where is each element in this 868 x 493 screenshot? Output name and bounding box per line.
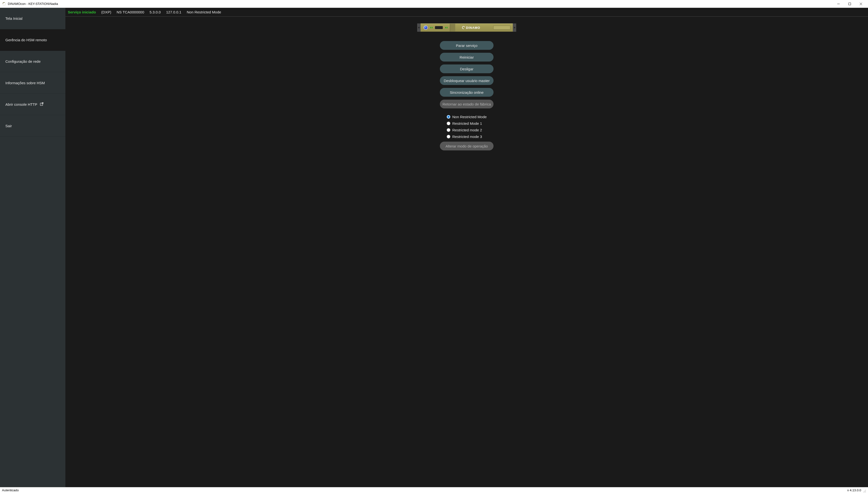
sidebar-item-label: Configuração de rede bbox=[5, 59, 41, 63]
sidebar-item-http-console[interactable]: Abrir console HTTP bbox=[0, 94, 65, 115]
unblock-master-button[interactable]: Desbloquear usuário master bbox=[440, 76, 494, 85]
rack-face: DINAMO bbox=[420, 23, 513, 32]
sidebar-item-hsm-remote[interactable]: Gerência do HSM remoto bbox=[0, 29, 65, 51]
mode-option-restricted-2[interactable]: Restricted mode 2 bbox=[447, 128, 494, 132]
mode-radio[interactable] bbox=[447, 115, 450, 119]
mode-option-restricted-1[interactable]: Restricted Mode 1 bbox=[447, 121, 494, 126]
vent-icon bbox=[450, 24, 455, 31]
sidebar-item-label: Sair bbox=[5, 124, 12, 128]
resize-grip-icon[interactable] bbox=[863, 489, 866, 493]
titlebar: DINAMOcon - KEY-STATION\Nadia bbox=[0, 0, 868, 8]
svg-point-7 bbox=[865, 491, 866, 491]
svg-point-6 bbox=[864, 491, 865, 491]
svg-point-5 bbox=[865, 490, 866, 490]
status-auth: Autenticado bbox=[2, 488, 19, 492]
mode-option-label: Restricted mode 2 bbox=[452, 128, 482, 132]
app-icon bbox=[2, 2, 6, 6]
device-image: DINAMO bbox=[417, 23, 516, 32]
device-brand-text: DINAMO bbox=[466, 26, 480, 29]
sidebar-item-network[interactable]: Configuração de rede bbox=[0, 51, 65, 72]
sidebar-item-label: Tela Inicial bbox=[5, 16, 22, 21]
change-mode-button[interactable]: Alterar modo de operação bbox=[440, 142, 494, 150]
status-serial: NS TCA0000000 bbox=[117, 10, 144, 14]
svg-point-9 bbox=[864, 492, 865, 492]
svg-point-8 bbox=[863, 492, 864, 492]
ports-icon bbox=[435, 26, 443, 29]
status-version: v 4.13.0.0 bbox=[847, 488, 861, 492]
restart-button[interactable]: Reiniciar bbox=[440, 53, 494, 62]
status-mode: Non Restricted Mode bbox=[187, 10, 221, 14]
shutdown-button[interactable]: Desligar bbox=[440, 64, 494, 73]
stop-service-button[interactable]: Parar serviço bbox=[440, 41, 494, 50]
sidebar-item-label: Abrir console HTTP bbox=[5, 102, 37, 106]
mode-option-non-restricted[interactable]: Non Restricted Mode bbox=[447, 115, 494, 119]
svg-rect-3 bbox=[849, 3, 851, 5]
mode-radio[interactable] bbox=[447, 128, 450, 132]
sidebar-item-hsm-info[interactable]: Informações sobre HSM bbox=[0, 72, 65, 94]
mode-radio[interactable] bbox=[447, 135, 450, 138]
window-title: DINAMOcon - KEY-STATION\Nadia bbox=[8, 2, 58, 6]
main-panel: DINAMO Parar serviço Reiniciar Desligar … bbox=[65, 17, 868, 487]
card-slot-icon bbox=[483, 26, 510, 29]
sidebar: Tela Inicial Gerência do HSM remoto Conf… bbox=[0, 8, 65, 487]
external-link-icon bbox=[40, 102, 44, 107]
status-ip: 127.0.0.1 bbox=[166, 10, 182, 14]
sync-online-button[interactable]: Sincronização online bbox=[440, 88, 494, 97]
status-led-icon bbox=[430, 27, 431, 28]
close-button[interactable] bbox=[855, 0, 867, 8]
device-brand: DINAMO bbox=[462, 26, 480, 29]
factory-reset-button[interactable]: Retornar ao estado de fábrica bbox=[440, 100, 494, 108]
mode-option-label: Restricted Mode 1 bbox=[452, 121, 482, 126]
service-state: Serviço iniciado bbox=[68, 10, 96, 14]
mode-actions: Alterar modo de operação bbox=[440, 142, 494, 150]
mode-option-restricted-3[interactable]: Restricted mode 3 bbox=[447, 134, 494, 139]
sidebar-item-exit[interactable]: Sair bbox=[0, 115, 65, 137]
sidebar-item-home[interactable]: Tela Inicial bbox=[0, 8, 65, 29]
rack-ear-left bbox=[417, 23, 420, 32]
status-led-icon bbox=[432, 27, 433, 28]
svg-rect-2 bbox=[837, 4, 840, 4]
actions-stack: Parar serviço Reiniciar Desligar Desbloq… bbox=[440, 41, 494, 108]
status-led-icon bbox=[445, 27, 446, 28]
mode-option-label: Restricted mode 3 bbox=[452, 134, 482, 139]
power-button-icon bbox=[424, 25, 428, 30]
mode-radio-group: Non Restricted Mode Restricted Mode 1 Re… bbox=[440, 115, 494, 139]
minimize-button[interactable] bbox=[833, 0, 844, 8]
mode-option-label: Non Restricted Mode bbox=[452, 115, 487, 119]
status-version: 5.3.0.0 bbox=[150, 10, 161, 14]
status-row: Serviço iniciado (DXP) NS TCA0000000 5.3… bbox=[65, 8, 868, 17]
statusbar: Autenticado v 4.13.0.0 bbox=[0, 487, 868, 493]
status-model: (DXP) bbox=[101, 10, 111, 14]
brand-ring-icon bbox=[461, 26, 465, 29]
mode-radio[interactable] bbox=[447, 122, 450, 125]
sidebar-item-label: Gerência do HSM remoto bbox=[5, 38, 47, 42]
rack-ear-right bbox=[513, 23, 516, 32]
svg-point-10 bbox=[865, 492, 866, 492]
status-led-icon bbox=[447, 27, 448, 28]
maximize-button[interactable] bbox=[844, 0, 855, 8]
sidebar-item-label: Informações sobre HSM bbox=[5, 81, 45, 85]
